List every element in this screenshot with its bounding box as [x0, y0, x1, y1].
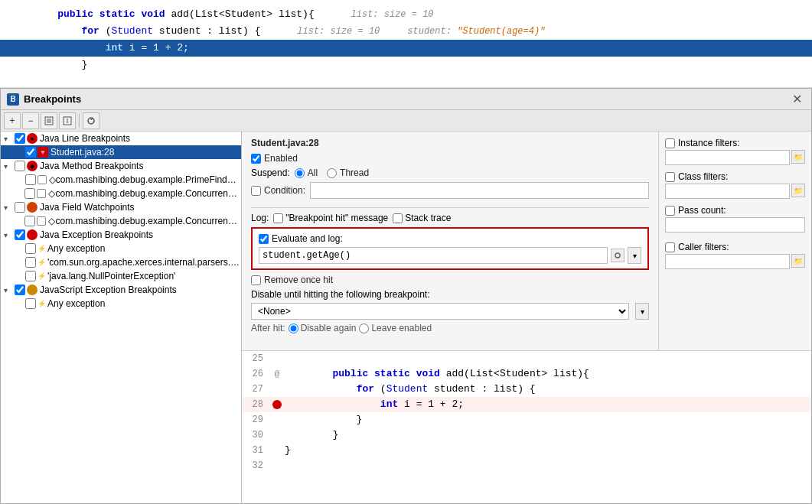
disable-until-row: Disable until hitting the following brea… — [251, 289, 649, 300]
instance-filters-input[interactable] — [665, 150, 790, 165]
checkbox-java-line[interactable] — [15, 133, 25, 144]
suspend-thread-label[interactable]: Thread — [327, 167, 369, 178]
leave-enabled-radio[interactable] — [359, 324, 369, 333]
caller-filters-section: Caller filters: 📁 — [665, 242, 805, 269]
checkbox-concurrency-m[interactable] — [24, 188, 35, 199]
item-concurrency-field[interactable]: ◇com.mashibing.debug.example.Concurrency… — [1, 214, 241, 228]
editor-line-25: 25 — [242, 351, 811, 366]
disable-again-label[interactable]: Disable again — [289, 323, 357, 333]
disable-until-select[interactable]: <None> — [251, 303, 629, 320]
eval-log-header: Evaluate and log: — [259, 233, 641, 244]
log-label: Log: — [251, 213, 269, 223]
eval-log-checkbox[interactable] — [259, 234, 269, 244]
checkbox-field[interactable] — [15, 202, 25, 213]
line-num-27: 27 — [242, 382, 269, 397]
remove-breakpoint-button[interactable]: − — [22, 112, 39, 129]
item-xerces-exception[interactable]: ⚡ 'com.sun.org.apache.xerces.internal.pa… — [1, 255, 241, 269]
item-js-any-exception[interactable]: ⚡ Any exception — [1, 297, 241, 311]
caller-filters-browse-btn[interactable]: 📁 — [791, 254, 805, 268]
suspend-all-label[interactable]: All — [295, 167, 318, 178]
group-java-method-bp[interactable]: ▾ ◆ Java Method Breakpoints — [1, 159, 241, 173]
checkbox-xerces[interactable] — [25, 257, 36, 268]
eval-log-settings-btn[interactable] — [611, 249, 624, 262]
pass-count-label: Pass count: — [678, 205, 726, 216]
disable-select-row: <None> ▾ — [251, 303, 649, 320]
dialog-toolbar: + − — [1, 110, 811, 132]
breakpoints-dialog: B Breakpoints ✕ + − ▾ ● Java Line Bre — [0, 88, 812, 504]
editor-line-31: 31 } — [242, 443, 811, 458]
group-java-line-bp[interactable]: ▾ ● Java Line Breakpoints — [1, 132, 241, 145]
log-row: Log: "Breakpoint hit" message Stack trac… — [251, 213, 649, 223]
import-button[interactable] — [59, 112, 76, 129]
checkbox-exception[interactable] — [15, 229, 25, 240]
class-filters-label: Class filters: — [678, 171, 728, 182]
close-button[interactable]: ✕ — [789, 92, 805, 106]
remove-once-hit-label[interactable]: Remove once hit — [251, 275, 333, 285]
group-js-exception-bp[interactable]: ▾ JavaScript Exception Breakpoints — [1, 283, 241, 297]
pass-count-input[interactable] — [665, 217, 805, 232]
class-filters-browse-btn[interactable]: 📁 — [791, 184, 805, 197]
export-button[interactable] — [41, 112, 57, 129]
lightning-icon-any: ⚡ — [38, 245, 46, 252]
checkbox-npe[interactable] — [25, 271, 36, 281]
dialog-title-text: Breakpoints — [24, 93, 81, 105]
icon-concurrency-f — [37, 216, 46, 226]
instance-filters-checkbox[interactable] — [665, 138, 675, 148]
add-breakpoint-button[interactable]: + — [4, 112, 21, 129]
leave-enabled-label[interactable]: Leave enabled — [359, 323, 432, 333]
suspend-thread-radio[interactable] — [327, 168, 337, 178]
dialog-icon: B — [7, 93, 19, 106]
enabled-checkbox[interactable] — [251, 154, 261, 164]
line-code-30: } — [285, 428, 811, 443]
checkbox-java-method[interactable] — [15, 161, 25, 171]
pass-count-checkbox[interactable] — [665, 206, 675, 216]
line-num-29: 29 — [242, 412, 269, 428]
log-stack-trace-label[interactable]: Stack trace — [393, 213, 451, 223]
eval-log-dropdown-btn[interactable]: ▾ — [628, 247, 641, 264]
filters-panel: Instance filters: 📁 Class filters: — [658, 132, 811, 350]
remove-once-hit-checkbox[interactable] — [251, 275, 261, 285]
checkbox-js-exc[interactable] — [15, 285, 25, 295]
chevron-java-line: ▾ — [4, 135, 15, 143]
class-filters-checkbox[interactable] — [665, 172, 675, 182]
suspend-radio-group: All Thread — [295, 167, 369, 178]
class-filters-input[interactable] — [665, 184, 790, 199]
dialog-body: ▾ ● Java Line Breakpoints ♥ Student.java… — [1, 132, 811, 503]
checkbox-any-exc[interactable] — [25, 243, 36, 254]
instance-filters-label: Instance filters: — [678, 138, 740, 148]
enabled-label[interactable]: Enabled — [251, 153, 298, 164]
disable-again-radio[interactable] — [289, 324, 298, 333]
log-stack-trace-checkbox[interactable] — [393, 213, 403, 223]
checkbox-concurrency-f[interactable] — [24, 216, 35, 226]
condition-input[interactable] — [310, 182, 649, 199]
checkbox-prime[interactable] — [25, 174, 36, 185]
line-content-3: int i = 1 + 2; — [31, 41, 812, 56]
caller-filters-input[interactable] — [665, 254, 790, 269]
item-any-exception[interactable]: ⚡ Any exception — [1, 242, 241, 255]
checkbox-student-28[interactable] — [25, 147, 36, 158]
disable-dropdown-btn[interactable]: ▾ — [635, 303, 649, 320]
at-marker-26: @ — [275, 366, 280, 382]
lightning-icon-npe: ⚡ — [38, 272, 46, 280]
item-concurrency-method[interactable]: ◇com.mashibing.debug.example.Concurrency… — [1, 187, 241, 200]
label-js-exception-bp: JavaScript Exception Breakpoints — [40, 285, 177, 295]
condition-label[interactable]: Condition: — [251, 185, 305, 196]
condition-checkbox[interactable] — [251, 186, 261, 196]
bottom-code-panel: 25 26 @ public static void add(List<Stud… — [242, 350, 811, 503]
item-npe-exception[interactable]: ⚡ 'java.lang.NullPointerException' — [1, 269, 241, 283]
eval-log-input[interactable] — [259, 247, 608, 264]
bp-settings-panel: Student.java:28 Enabled Suspend: All — [242, 132, 658, 350]
log-bp-msg-label[interactable]: "Breakpoint hit" message — [273, 213, 388, 223]
caller-filters-checkbox[interactable] — [665, 242, 675, 252]
reset-button[interactable] — [83, 112, 99, 129]
group-java-exception-bp[interactable]: ▾ Java Exception Breakpoints — [1, 228, 241, 242]
item-student-java-28[interactable]: ♥ Student.java:28 — [1, 145, 241, 159]
suspend-all-radio[interactable] — [295, 168, 305, 178]
checkbox-js-any[interactable] — [25, 298, 36, 309]
group-java-field-wp[interactable]: ▾ Java Field Watchpoints — [1, 200, 241, 214]
instance-filters-browse-btn[interactable]: 📁 — [791, 150, 805, 164]
log-bp-msg-checkbox[interactable] — [273, 213, 283, 223]
pass-count-section: Pass count: — [665, 205, 805, 236]
icon-exception — [27, 229, 38, 240]
item-prime-finder[interactable]: ◇com.mashibing.debug.example.PrimeFinder… — [1, 173, 241, 187]
